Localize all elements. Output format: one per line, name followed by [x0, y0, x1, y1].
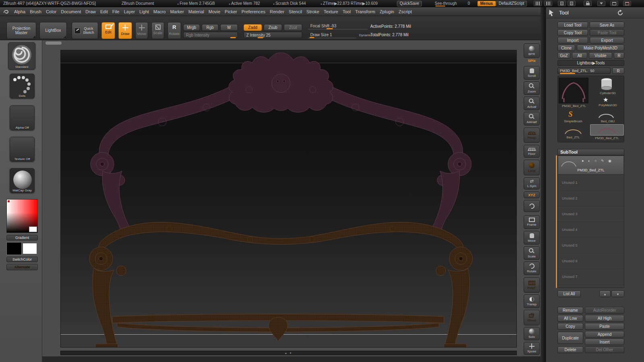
menu-item-zscript[interactable]: Zscript — [398, 9, 412, 14]
menu-item-color[interactable]: Color — [46, 9, 56, 14]
alternate-button[interactable]: Alternate — [6, 264, 38, 270]
scroll-button[interactable]: Scroll — [524, 66, 540, 80]
history-bars-icon[interactable] — [534, 1, 542, 6]
menu-item-stroke[interactable]: Stroke — [306, 9, 319, 14]
subtool-copy-button[interactable]: Copy — [557, 323, 583, 330]
material-selector[interactable]: MatCap Gray — [10, 168, 35, 193]
menu-item-texture[interactable]: Texture — [324, 9, 338, 14]
save-as-button[interactable]: Save As — [590, 22, 624, 28]
polyf-button[interactable]: PolyF — [524, 277, 540, 293]
goz-button[interactable]: GoZ — [557, 52, 570, 59]
menu-item-stencil[interactable]: Stencil — [289, 9, 302, 14]
menu-item-movie[interactable]: Movie — [208, 9, 220, 14]
subtool-move-down-button[interactable] — [611, 290, 624, 297]
menu-item-picker[interactable]: Picker — [225, 9, 237, 14]
floor-button[interactable]: Floor — [524, 145, 540, 158]
subtool-slot-4[interactable]: Unused 4 — [558, 222, 624, 238]
zoom-button[interactable]: Zoom — [524, 81, 540, 95]
append-button[interactable]: Append — [585, 331, 624, 337]
all-low-button[interactable]: All Low — [557, 315, 583, 322]
all-high-button[interactable]: All High — [585, 315, 624, 322]
secondary-color-swatch[interactable] — [29, 226, 37, 232]
menu-item-light[interactable]: Light — [139, 9, 149, 14]
menu-item-render[interactable]: Render — [270, 9, 284, 14]
copy-tool-button[interactable]: Copy Tool — [557, 29, 588, 36]
main-color-swatch[interactable] — [6, 242, 22, 255]
clone-button[interactable]: Clone — [557, 45, 575, 51]
texture-selector[interactable]: Texture Off — [10, 137, 35, 162]
transp-button[interactable]: Transp — [524, 294, 540, 308]
menu-item-layer[interactable]: Layer — [124, 9, 135, 14]
subtool-header[interactable]: SubTool — [557, 149, 624, 155]
persp-button[interactable]: Persp — [524, 128, 540, 143]
subtool-slot-3[interactable]: Unused 3 — [558, 206, 624, 222]
subtool-slot-2[interactable]: Unused 2 — [558, 191, 624, 206]
subtool-scrollbar[interactable] — [556, 155, 557, 288]
menu-item-transform[interactable]: Transform — [355, 9, 375, 14]
goz-r-button[interactable]: R — [614, 52, 624, 59]
make-polymesh3d-button[interactable]: Make PolyMesh3D — [577, 45, 624, 51]
menu-item-document[interactable]: Document — [61, 9, 81, 14]
paste-frame-icon[interactable] — [568, 1, 576, 6]
lightbox-button[interactable]: LightBox — [39, 22, 67, 39]
m-button[interactable]: M — [220, 24, 238, 31]
stroke-selector[interactable]: Dots — [10, 74, 35, 99]
delete-button[interactable]: Delete — [557, 346, 583, 353]
polymesh3d-thumbnail[interactable] — [603, 96, 608, 103]
del-other-button[interactable]: Del Other — [585, 346, 624, 353]
zbrush-logo-icon[interactable] — [2, 8, 10, 15]
move-button[interactable]: Move — [135, 22, 148, 39]
history-bars-icon-2[interactable] — [544, 1, 552, 6]
active-tool-thumbnail[interactable] — [559, 78, 588, 103]
ghost-button[interactable]: Ghost — [524, 310, 540, 325]
subtool-paste-button[interactable]: Paste — [585, 323, 624, 330]
zadd-button[interactable]: Zadd — [244, 24, 262, 31]
projection-master-button[interactable]: Projection Master — [6, 22, 36, 39]
menu-item-edit[interactable]: Edit — [100, 9, 108, 14]
restore-config-icon[interactable] — [617, 10, 623, 16]
bpr-button[interactable]: BPR — [524, 43, 540, 58]
color-picker[interactable] — [6, 199, 38, 233]
close-icon[interactable] — [623, 1, 631, 6]
duplicate-button[interactable]: Duplicate — [557, 332, 583, 344]
subtool-item-active[interactable]: PM3D_Bed_ZTL — [558, 156, 623, 175]
draw-button[interactable]: Draw — [118, 22, 132, 39]
bed-obj-thumbnail[interactable] — [597, 111, 615, 119]
collapse-icon[interactable] — [597, 1, 605, 6]
switchcolor-button[interactable]: SwitchColor — [6, 257, 38, 262]
insert-button[interactable]: Insert — [585, 339, 624, 345]
subtool-slot-5[interactable]: Unused 5 — [558, 238, 624, 253]
subtool-solo-icon[interactable] — [608, 159, 611, 163]
goz-all-button[interactable]: All — [572, 52, 587, 59]
menu-item-alpha[interactable]: Alpha — [14, 9, 25, 14]
spix-slider[interactable]: SPix — [524, 59, 540, 63]
export-button[interactable]: Export — [590, 37, 624, 43]
menu-item-file[interactable]: File — [112, 9, 120, 14]
subtool-slot-1[interactable]: Unused 1 — [558, 175, 624, 191]
rotate-button[interactable]: R Rotate — [167, 22, 181, 39]
document-viewport[interactable] — [60, 50, 517, 348]
local-button[interactable]: Local — [524, 160, 540, 175]
mrgb-button[interactable]: Mrgb — [183, 24, 200, 31]
menu-item-draw[interactable]: Draw — [85, 9, 96, 14]
xpose-button[interactable]: Xpose — [524, 342, 540, 355]
selected-tool-thumbnail[interactable] — [590, 124, 624, 136]
canvas-bottom-scrollbar[interactable] — [60, 351, 517, 355]
copy-frame-icon[interactable] — [558, 1, 566, 6]
xyz-button[interactable]: XYZ — [524, 191, 540, 198]
solo-button[interactable]: Solo — [524, 327, 540, 340]
tray-divider[interactable] — [541, 7, 546, 362]
menu-item-macro[interactable]: Macro — [153, 9, 166, 14]
bed-ztl-thumbnail[interactable] — [564, 126, 583, 135]
import-button[interactable]: Import — [557, 37, 588, 43]
fullscreen-icon[interactable] — [610, 1, 618, 6]
subtool-sculpt-icon[interactable] — [601, 159, 604, 163]
subtool-paint-icon[interactable] — [588, 159, 590, 163]
scale-button[interactable]: Scale — [151, 22, 164, 39]
brush-selector[interactable]: Standard — [8, 42, 35, 70]
menu-item-material[interactable]: Material — [188, 9, 204, 14]
lsym-button[interactable]: L.Sym — [524, 177, 540, 189]
subtool-slot-7[interactable]: Unused 7 — [558, 269, 624, 285]
edit-button[interactable]: Edit — [101, 22, 115, 39]
lock-icon[interactable] — [584, 1, 592, 6]
